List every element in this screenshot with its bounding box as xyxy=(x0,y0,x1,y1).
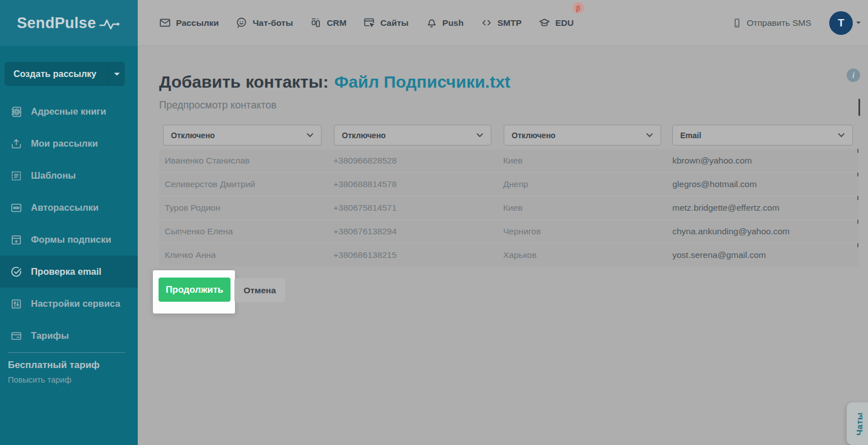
sidebar: SendPulse Создать рассылку Адресные книг… xyxy=(0,0,138,445)
sidebar-item-address-books[interactable]: Адресные книги xyxy=(0,96,138,128)
contact-email: yost.serena@gmail.com xyxy=(667,250,858,260)
page-title-filename: Файл Подписчики.txt xyxy=(334,72,510,91)
contact-city: Киев xyxy=(498,203,667,213)
sidebar-item-label: Настройки сервиса xyxy=(31,298,120,309)
top-nav-label: Сайты xyxy=(380,18,408,28)
sidebar-item-autoresponders[interactable]: Авторассылки xyxy=(0,192,138,224)
autoresponder-icon xyxy=(10,202,22,214)
column-select-3[interactable]: Отключено xyxy=(504,125,661,146)
top-nav-label: Push xyxy=(442,18,464,28)
top-nav-crm[interactable]: CRM xyxy=(310,17,346,29)
sidebar-item-label: Проверка email xyxy=(31,266,101,277)
contacts-preview-table: Иваненко Станислав +380966828528 Киев kb… xyxy=(159,149,858,267)
avatar[interactable]: T xyxy=(829,11,853,35)
top-nav-label: Рассылки xyxy=(176,18,219,28)
chats-tab[interactable]: Чаты xyxy=(847,402,868,445)
chevron-down-icon[interactable] xyxy=(856,21,861,25)
top-nav-chatbots[interactable]: Чат-боты xyxy=(236,17,293,29)
send-campaign-icon xyxy=(10,138,22,150)
contact-email: kbrown@yahoo.com xyxy=(667,156,858,166)
chevron-down-icon xyxy=(838,133,845,138)
address-book-icon xyxy=(10,106,22,118)
sidebar-item-label: Шаблоны xyxy=(31,170,76,181)
preview-subtitle: Предпросмотр контактов xyxy=(159,99,277,111)
send-sms-button[interactable]: Отправить SMS xyxy=(732,18,811,28)
select-value: Отключено xyxy=(171,131,215,140)
wallet-icon xyxy=(10,330,22,342)
create-campaign-label: Создать рассылку xyxy=(4,69,108,79)
sidebar-item-label: Тарифы xyxy=(31,330,69,341)
envelope-icon xyxy=(159,17,171,29)
website-icon xyxy=(363,17,375,29)
sidebar-divider xyxy=(8,352,125,353)
sidebar-item-label: Мои рассылки xyxy=(31,138,98,149)
contact-name: Селиверстов Дмитрий xyxy=(159,179,328,189)
top-nav-label: CRM xyxy=(327,18,346,28)
send-sms-label: Отправить SMS xyxy=(747,18,811,28)
sidebar-nav: Адресные книги Мои рассылки Шаблоны xyxy=(0,96,138,352)
contact-phone: +380966828528 xyxy=(328,156,498,166)
sidebar-header: SendPulse xyxy=(0,0,138,46)
column-select-1[interactable]: Отключено xyxy=(163,125,322,146)
continue-button[interactable]: Продолжить xyxy=(159,278,230,302)
top-nav-push[interactable]: Push xyxy=(426,17,464,29)
top-bar: Рассылки Чат-боты CRM xyxy=(138,0,868,46)
table-row: Сыпченко Елена +380676138294 Чернигов ch… xyxy=(159,220,858,243)
topbar-right: Отправить SMS T xyxy=(732,11,861,35)
bell-icon xyxy=(426,17,437,29)
select-value: Отключено xyxy=(512,131,555,140)
contact-name: Иваненко Станислав xyxy=(159,156,328,166)
contact-phone: +380686138215 xyxy=(328,250,498,260)
top-nav-smtp[interactable]: SMTP xyxy=(481,17,522,29)
create-campaign-button[interactable]: Создать рассылку xyxy=(4,62,125,86)
crm-icon xyxy=(310,17,322,29)
logo-text: SendPulse xyxy=(17,15,96,32)
chevron-down-icon xyxy=(306,133,314,138)
page-title: Добавить контакты:Файл Подписчики.txt xyxy=(159,72,510,92)
sidebar-item-templates[interactable]: Шаблоны xyxy=(0,160,138,192)
highlight-spotlight: Продолжить xyxy=(153,270,235,314)
cancel-button[interactable]: Отмена xyxy=(234,278,285,302)
beta-badge: β xyxy=(573,2,584,13)
main-content: Добавить контакты:Файл Подписчики.txt i … xyxy=(138,47,868,445)
chevron-down-icon[interactable] xyxy=(108,72,125,76)
top-nav-label: EDU xyxy=(555,18,574,28)
sidebar-item-service-settings[interactable]: Настройки сервиса xyxy=(0,288,138,320)
check-circle-icon xyxy=(10,266,22,278)
info-icon[interactable]: i xyxy=(847,69,860,82)
contact-city: Киев xyxy=(498,156,667,166)
contact-name: Кличко Анна xyxy=(159,250,328,260)
top-nav-campaigns[interactable]: Рассылки xyxy=(159,17,219,29)
contact-phone: +380675814571 xyxy=(328,203,498,213)
column-select-email[interactable]: Email xyxy=(672,125,853,146)
select-value: Отключено xyxy=(342,131,386,140)
phone-icon xyxy=(732,18,742,28)
sidebar-item-label: Авторассылки xyxy=(31,202,98,213)
column-select-2[interactable]: Отключено xyxy=(334,125,491,146)
code-icon xyxy=(481,17,492,29)
top-nav-label: SMTP xyxy=(498,18,522,28)
chats-tab-label: Чаты xyxy=(855,412,864,435)
sidebar-item-pricing[interactable]: Тарифы xyxy=(0,320,138,352)
sendpulse-logo[interactable]: SendPulse xyxy=(17,15,121,32)
sidebar-item-my-campaigns[interactable]: Мои рассылки xyxy=(0,128,138,160)
contact-city: Чернигов xyxy=(498,226,667,237)
contact-city: Днепр xyxy=(498,179,667,189)
form-icon xyxy=(10,234,22,246)
top-nav: Рассылки Чат-боты CRM xyxy=(159,17,574,29)
upgrade-plan-link[interactable]: Повысить тариф xyxy=(8,375,71,384)
clipped-edge-element xyxy=(858,99,860,116)
page-title-prefix: Добавить контакты: xyxy=(159,72,328,91)
graduation-cap-icon xyxy=(539,17,550,29)
top-nav-label: Чат-боты xyxy=(252,18,293,28)
pulse-icon xyxy=(99,17,121,31)
sidebar-item-subscription-forms[interactable]: Формы подписки xyxy=(0,224,138,256)
contact-name: Туров Родион xyxy=(159,203,328,213)
contact-phone: +380688814578 xyxy=(328,179,498,189)
contact-name: Сыпченко Елена xyxy=(159,226,328,237)
top-nav-edu[interactable]: EDU β xyxy=(539,17,574,29)
contact-email: glegros@hotmail.com xyxy=(667,179,858,189)
sidebar-item-email-verification[interactable]: Проверка email xyxy=(0,256,138,288)
sidebar-item-label: Адресные книги xyxy=(31,106,106,117)
top-nav-websites[interactable]: Сайты xyxy=(363,17,408,29)
